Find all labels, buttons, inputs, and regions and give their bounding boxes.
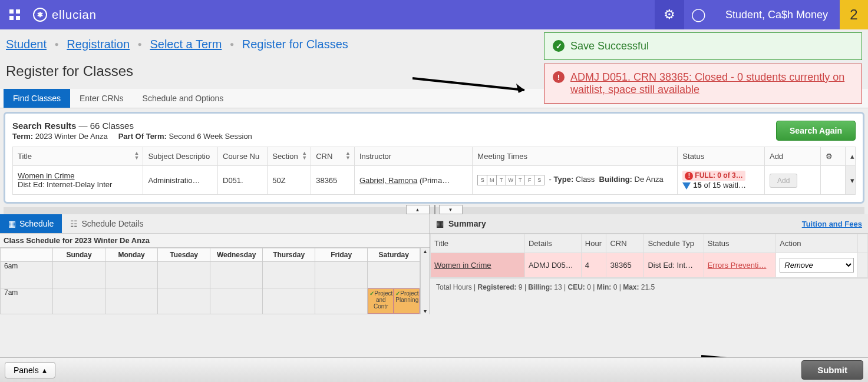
cell-add: Add (764, 166, 820, 195)
tab-schedule-options[interactable]: Schedule and Options (133, 89, 233, 108)
schedule-tab[interactable]: ▦Schedule (0, 214, 62, 233)
sum-col-hours[interactable]: Hour (581, 234, 606, 253)
submit-button[interactable]: Submit (801, 360, 863, 380)
calendar-table: Sunday Monday Tuesday Wednesday Thursday… (0, 248, 420, 314)
notification-error[interactable]: ! ADMJ D051. CRN 38365: Closed - 0 stude… (544, 64, 862, 104)
course-subtitle: Dist Ed: Internet-Delay Inter (18, 180, 112, 189)
sum-col-action[interactable]: Action (776, 234, 858, 253)
term-value: 2023 Winter De Anza (35, 132, 108, 141)
sum-col-details[interactable]: Details (524, 234, 581, 253)
col-course[interactable]: Course Nu (218, 147, 268, 166)
breadcrumb-sep: ● (55, 40, 59, 48)
cell-course: D051. (218, 166, 268, 195)
sum-cell-schedule-type: Dist Ed: Int… (644, 253, 704, 278)
full-icon: ! (685, 172, 693, 180)
col-title[interactable]: Title▲▼ (13, 147, 143, 166)
sum-scrollbar[interactable] (857, 234, 867, 253)
cell-meeting-times: SMTWTFS - Type: Class Building: De Anza (473, 166, 678, 195)
status-full: !FULL: 0 of 3… (682, 171, 745, 181)
notification-message: ADMJ D051. CRN 38365: Closed - 0 student… (570, 71, 853, 96)
day-grid: SMTWTFS (477, 175, 544, 185)
tab-find-classes[interactable]: Find Classes (4, 89, 70, 108)
svg-rect-0 (9, 9, 14, 14)
panels-button[interactable]: Panels▴ (5, 362, 55, 378)
course-title-link[interactable]: Women in Crime (18, 171, 75, 180)
scroll-down-icon: ▾ (424, 308, 427, 314)
breadcrumb-link-student[interactable]: Student (6, 38, 47, 51)
schedule-title: Class Schedule for 2023 Winter De Anza (0, 234, 430, 248)
calendar-scrollbar[interactable]: ▴▾ (420, 248, 430, 314)
calendar-event[interactable]: ✓Project and Contr (368, 288, 394, 314)
results-scrollbar-down[interactable]: ▾ (846, 166, 856, 195)
notification-success[interactable]: ✓ Save Successful (544, 32, 862, 60)
breadcrumb-current: Register for Classes (242, 38, 348, 51)
part-of-term-value: Second 6 Week Session (169, 132, 252, 141)
notification-count[interactable]: 2 (840, 0, 868, 29)
cal-day-thu: Thursday (263, 248, 315, 262)
col-settings[interactable]: ⚙ (820, 147, 845, 166)
cell-status: !FULL: 0 of 3… 15 15 of 15 waitl… of 15 … (678, 166, 765, 195)
waitlist-icon (682, 182, 691, 190)
sort-icon[interactable]: ▲▼ (134, 151, 140, 160)
totals-bar: Total Hours | Registered: 9 | Billing: 1… (430, 278, 868, 296)
summary-heading: Summary (448, 219, 486, 228)
calendar-icon: ▦ (8, 219, 16, 228)
schedule-panel: ▦Schedule ☷Schedule Details Class Schedu… (0, 214, 430, 314)
instructor-link[interactable]: Gabriel, Ramona (359, 176, 417, 185)
settings-button[interactable]: ⚙ (655, 0, 684, 29)
sum-cell-title: Women in Crime (431, 253, 525, 278)
footer-bar: Panels▴ Submit (0, 357, 868, 382)
summary-header: ▦ Summary Tuition and Fees (430, 214, 868, 234)
col-instructor[interactable]: Instructor (354, 147, 472, 166)
search-again-button[interactable]: Search Again (776, 121, 856, 141)
col-add[interactable]: Add (764, 147, 820, 166)
schedule-details-tab[interactable]: ☷Schedule Details (62, 214, 151, 233)
gear-icon: ⚙ (826, 152, 833, 161)
results-heading: Search Results (12, 121, 76, 131)
sum-col-schedule-type[interactable]: Schedule Typ (644, 234, 704, 253)
col-subject[interactable]: Subject Descriptio (143, 147, 218, 166)
breadcrumb-sep: ● (138, 40, 142, 48)
part-of-term-label: Part Of Term: (118, 132, 167, 141)
tuition-fees-link[interactable]: Tuition and Fees (802, 220, 862, 228)
breadcrumb-link-registration[interactable]: Registration (67, 38, 130, 51)
cal-day-fri: Friday (315, 248, 368, 262)
svg-rect-2 (9, 16, 14, 20)
results-scrollbar-up[interactable]: ▴ (846, 147, 856, 166)
results-count: — 66 Classes (76, 121, 134, 131)
course-link[interactable]: Women in Crime (434, 261, 491, 270)
sum-col-status[interactable]: Status (704, 234, 776, 253)
cal-day-sun: Sunday (53, 248, 105, 262)
action-select[interactable]: Remove (780, 258, 854, 273)
sort-icon[interactable]: ▲▼ (345, 151, 351, 160)
user-avatar-button[interactable]: ◯ (684, 0, 714, 29)
sort-icon[interactable]: ▲▼ (302, 151, 307, 160)
bottom-panels: ▦Schedule ☷Schedule Details Class Schedu… (0, 214, 868, 314)
col-crn[interactable]: CRN▲▼ (311, 147, 355, 166)
chevron-up-icon: ▴ (42, 366, 47, 375)
splitter-up-button[interactable]: ▲ (406, 205, 430, 214)
cal-time-7am: 7am (1, 288, 53, 314)
calendar-event[interactable]: ✓Project Planning (394, 288, 420, 314)
svg-rect-3 (16, 16, 20, 20)
cal-day-sat: Saturday (368, 248, 420, 262)
summary-panel: ▦ Summary Tuition and Fees Title Details… (430, 214, 868, 314)
check-circle-icon: ✓ (553, 40, 565, 52)
tab-enter-crns[interactable]: Enter CRNs (70, 89, 133, 108)
col-meeting-times[interactable]: Meeting Times (473, 147, 678, 166)
sum-col-title[interactable]: Title (431, 234, 525, 253)
apps-icon[interactable] (0, 9, 29, 21)
status-error-link[interactable]: Errors Preventi… (708, 261, 767, 270)
col-status[interactable]: Status (678, 147, 765, 166)
cell-instructor: Gabriel, Ramona (Prima… (354, 166, 472, 195)
col-section[interactable]: Section▲▼ (268, 147, 311, 166)
cal-day-tue: Tuesday (158, 248, 210, 262)
cell-blank (820, 166, 845, 195)
cal-day-wed: Wednesday (210, 248, 263, 262)
cell-title: Women in Crime Dist Ed: Internet-Delay I… (13, 166, 143, 195)
cell-subject: Administratio… (143, 166, 218, 195)
splitter-down-button[interactable]: ▼ (439, 205, 463, 214)
sum-col-crn[interactable]: CRN (606, 234, 644, 253)
breadcrumb-link-select-term[interactable]: Select a Term (150, 38, 222, 51)
user-name[interactable]: Student, Ca$h Money (714, 0, 840, 29)
